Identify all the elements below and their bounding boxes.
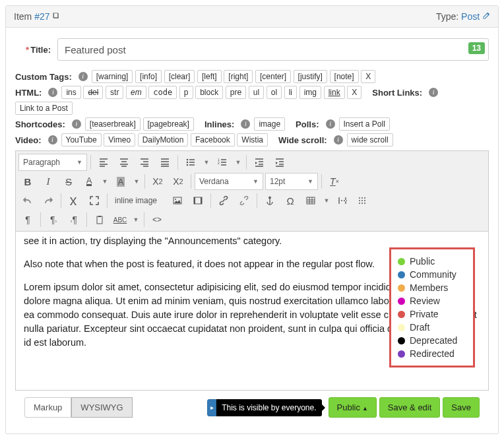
numbered-list-icon[interactable]: 12 xyxy=(213,154,232,171)
unlink-icon[interactable] xyxy=(235,192,253,209)
subscript-icon[interactable]: X2 xyxy=(148,173,167,190)
dropdown-icon[interactable]: ▼ xyxy=(234,154,243,171)
format-select[interactable]: Paragraph▼ xyxy=(18,154,87,171)
save-edit-button[interactable]: Save & edit xyxy=(379,397,441,418)
indent-icon[interactable] xyxy=(270,154,289,171)
outdent-icon[interactable] xyxy=(250,154,268,171)
tag-button[interactable]: [teaserbreak] xyxy=(85,117,141,131)
tag-button[interactable]: img xyxy=(299,86,321,99)
tag-button[interactable]: link xyxy=(324,86,345,99)
tag-button[interactable]: [warning] xyxy=(92,70,133,83)
tag-button[interactable]: [left] xyxy=(197,70,222,83)
info-icon[interactable]: i xyxy=(326,119,335,129)
status-option[interactable]: Public xyxy=(398,255,466,268)
tag-button[interactable]: del xyxy=(83,86,103,99)
info-icon[interactable]: i xyxy=(72,119,81,129)
font-select[interactable]: Verdana▼ xyxy=(195,173,263,190)
tag-button[interactable]: X xyxy=(347,86,362,99)
tag-button[interactable]: p xyxy=(179,86,193,99)
info-icon[interactable]: i xyxy=(48,88,57,97)
title-input[interactable] xyxy=(57,38,489,61)
save-button[interactable]: Save xyxy=(443,397,480,418)
tag-button[interactable]: pre xyxy=(226,86,246,99)
tag-button[interactable]: Wistia xyxy=(237,133,268,146)
readmore-icon[interactable] xyxy=(354,192,372,209)
align-left-icon[interactable] xyxy=(94,154,113,171)
tag-button[interactable]: [clear] xyxy=(164,70,195,83)
tag-button[interactable]: block xyxy=(195,86,223,99)
wysiwyg-tab[interactable]: WYSIWYG xyxy=(71,397,132,418)
align-center-icon[interactable] xyxy=(115,154,133,171)
tag-button[interactable]: X xyxy=(361,70,375,83)
paste-icon[interactable] xyxy=(90,211,109,228)
dropdown-icon[interactable]: ▼ xyxy=(202,154,211,171)
wide-scroll-button[interactable]: wide scroll xyxy=(347,133,393,146)
item-number-link[interactable]: #27 xyxy=(34,11,49,22)
dropdown-icon[interactable]: ▼ xyxy=(132,173,141,190)
tag-button[interactable]: [center] xyxy=(255,70,291,83)
tag-button[interactable]: [pagebreak] xyxy=(143,117,194,131)
pagebreak-icon[interactable] xyxy=(333,192,352,209)
superscript-icon[interactable]: X2 xyxy=(169,173,187,190)
markup-tab[interactable]: Markup xyxy=(24,397,71,418)
pilcrow-icon[interactable]: ¶ xyxy=(18,211,37,228)
undo-icon[interactable] xyxy=(18,192,37,209)
link-to-post-button[interactable]: Link to a Post xyxy=(15,102,73,115)
status-option[interactable]: Community xyxy=(398,268,466,281)
info-icon[interactable]: i xyxy=(79,72,88,81)
info-icon[interactable]: i xyxy=(429,88,438,97)
insert-poll-button[interactable]: Insert a Poll xyxy=(339,117,390,131)
link-icon[interactable] xyxy=(214,192,233,209)
tag-button[interactable]: YouTube xyxy=(61,133,102,146)
type-link[interactable]: Post xyxy=(461,11,490,22)
italic-icon[interactable]: I xyxy=(39,173,57,190)
bold-icon[interactable]: B xyxy=(18,173,37,190)
table-icon[interactable] xyxy=(301,192,320,209)
status-option[interactable]: Private xyxy=(398,307,466,321)
tag-button[interactable]: ins xyxy=(61,86,80,99)
redo-icon[interactable] xyxy=(39,192,57,209)
status-option[interactable]: Redirected xyxy=(398,347,466,360)
text-color-icon[interactable]: A xyxy=(80,173,98,190)
rtl-icon[interactable]: ‹¶ xyxy=(65,211,83,228)
history-icon[interactable] xyxy=(52,12,60,20)
visibility-button[interactable]: Public▲ xyxy=(329,397,377,418)
bullet-list-icon[interactable] xyxy=(181,154,200,171)
size-select[interactable]: 12pt▼ xyxy=(265,173,318,190)
status-option[interactable]: Members xyxy=(398,281,466,294)
clear-format-icon[interactable]: T× xyxy=(325,173,344,190)
special-char-icon[interactable]: Ω xyxy=(281,192,299,209)
media-icon[interactable] xyxy=(189,192,207,209)
ltr-icon[interactable]: ¶› xyxy=(44,211,63,228)
inline-image-button[interactable]: inline image xyxy=(111,192,166,209)
find-icon[interactable] xyxy=(65,192,83,209)
bg-color-icon[interactable]: A xyxy=(111,173,130,190)
tag-button[interactable]: em xyxy=(126,86,146,99)
tag-button[interactable]: Facebook xyxy=(191,133,235,146)
image-icon[interactable] xyxy=(168,192,187,209)
dropdown-icon[interactable]: ▼ xyxy=(100,173,110,190)
info-icon[interactable]: i xyxy=(241,119,250,129)
tag-button[interactable]: code xyxy=(148,86,177,99)
status-option[interactable]: Deprecated xyxy=(398,334,466,347)
tag-button[interactable]: Vimeo xyxy=(104,133,135,146)
dropdown-icon[interactable]: ▼ xyxy=(131,211,141,228)
align-justify-icon[interactable] xyxy=(156,154,174,171)
tag-button[interactable]: [justify] xyxy=(294,70,327,83)
info-icon[interactable]: i xyxy=(48,135,57,144)
source-icon[interactable]: <> xyxy=(148,211,166,228)
align-right-icon[interactable] xyxy=(135,154,154,171)
info-icon[interactable]: i xyxy=(334,135,343,144)
spellcheck-icon[interactable]: ABC xyxy=(111,211,129,228)
tag-button[interactable]: li xyxy=(284,86,297,99)
strikethrough-icon[interactable]: S xyxy=(59,173,78,190)
tag-button[interactable]: DailyMotion xyxy=(138,133,189,146)
status-option[interactable]: Draft xyxy=(398,321,466,334)
tag-button[interactable]: str xyxy=(106,86,123,99)
anchor-icon[interactable] xyxy=(261,192,279,209)
inline-image-button[interactable]: image xyxy=(254,117,285,131)
dropdown-icon[interactable]: ▼ xyxy=(322,192,331,209)
fullscreen-icon[interactable] xyxy=(85,192,104,209)
status-option[interactable]: Review xyxy=(398,294,466,307)
tag-button[interactable]: ol xyxy=(267,86,282,99)
